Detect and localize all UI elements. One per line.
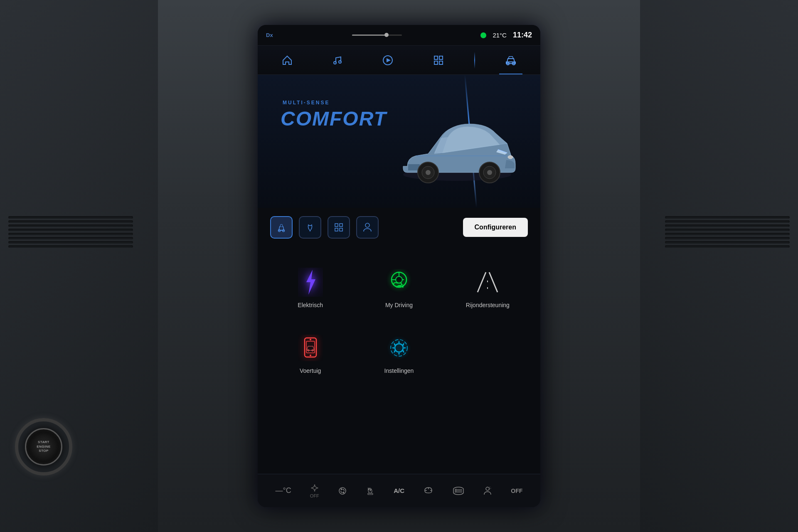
elektrisch-label: Elektrisch [298, 302, 323, 308]
vent-slat [8, 245, 133, 248]
start-btn-text: START ENGINE STOP [37, 440, 51, 453]
personal-mode-icon [362, 222, 373, 233]
climate-recirculation[interactable] [338, 486, 347, 495]
vent-slat [8, 224, 133, 227]
hero-section: MULTI-SENSE COMFORT [258, 75, 540, 208]
svg-point-16 [508, 155, 513, 159]
main-content-area: MULTI-SENSE COMFORT [258, 75, 540, 474]
svg-rect-41 [368, 493, 373, 495]
vent-slat [665, 220, 790, 223]
sport-mode-icon [333, 222, 345, 233]
svg-point-39 [313, 486, 316, 490]
svg-rect-3 [434, 56, 438, 59]
mode-eco-btn[interactable] [299, 216, 321, 239]
svg-rect-19 [335, 224, 338, 227]
music-icon [332, 54, 343, 66]
svg-point-32 [310, 339, 311, 340]
start-engine-button[interactable]: START ENGINE STOP [25, 428, 62, 466]
status-bar: Dx 21°C 11:42 [258, 25, 540, 46]
status-center [352, 34, 402, 36]
nav-apps[interactable] [424, 48, 453, 73]
nav-music[interactable] [323, 48, 352, 73]
brightness-dot [384, 33, 389, 37]
menu-item-rijondersteuning[interactable]: Rijondersteuning [443, 255, 532, 321]
climate-ac[interactable]: A/C [394, 487, 404, 494]
vent-slat [8, 229, 133, 231]
climate-seat-heat[interactable] [366, 486, 375, 495]
dashboard-background: START ENGINE STOP Dx [0, 0, 798, 532]
eco-mode-icon [304, 222, 316, 233]
mode-personal-btn[interactable] [356, 216, 379, 239]
climate-person[interactable] [483, 486, 492, 495]
instellingen-label: Instellingen [384, 367, 414, 374]
status-right: 21°C 11:42 [480, 31, 532, 39]
rijondersteuning-icon-wrap [473, 268, 502, 297]
settings-icon [386, 335, 412, 361]
elektrisch-icon-wrap [296, 268, 325, 297]
svg-rect-5 [434, 61, 438, 64]
apps-icon [433, 54, 444, 66]
driving-icon [386, 269, 412, 296]
recirculation-icon [338, 486, 347, 495]
instellingen-icon-wrap [384, 333, 414, 362]
svg-point-34 [310, 355, 311, 356]
connection-status-dot [480, 32, 486, 38]
svg-point-0 [334, 62, 336, 64]
brightness-bar[interactable] [352, 34, 402, 36]
main-screen: Dx 21°C 11:42 [258, 25, 540, 507]
svg-rect-4 [439, 56, 443, 59]
climate-steering-heat[interactable] [423, 486, 434, 495]
vent-slat [8, 220, 133, 223]
voertuig-label: Voertuig [300, 367, 321, 374]
ac-label: A/C [394, 487, 404, 494]
climate-bar: —°C OFF [258, 474, 540, 507]
my-driving-label: My Driving [385, 302, 413, 308]
steering-heat-icon [423, 486, 434, 495]
play-icon [382, 54, 394, 66]
vent-slat [8, 216, 133, 219]
mode-comfort-btn[interactable] [270, 216, 293, 239]
mode-sport-btn[interactable] [328, 216, 350, 239]
temp-icon: —°C [276, 486, 291, 495]
multisense-label: MULTI-SENSE [283, 100, 330, 106]
fan-icon [310, 483, 319, 493]
road-assist-icon [474, 269, 501, 296]
home-icon [281, 54, 293, 66]
climate-fan[interactable]: OFF [310, 483, 319, 498]
status-left: Dx [266, 32, 273, 38]
svg-rect-21 [335, 228, 338, 231]
nav-home[interactable] [273, 48, 302, 73]
vent-slat [665, 245, 790, 248]
svg-point-15 [487, 170, 492, 175]
svg-point-23 [365, 223, 369, 227]
svg-point-25 [396, 276, 402, 283]
menu-item-voertuig[interactable]: Voertuig [266, 321, 355, 387]
svg-rect-22 [340, 228, 342, 231]
voertuig-icon-wrap [296, 333, 325, 362]
nav-media[interactable] [373, 48, 402, 73]
rijondersteuning-label: Rijondersteuning [466, 302, 510, 308]
climate-temp[interactable]: —°C [276, 486, 291, 495]
configure-button[interactable]: Configureren [463, 218, 528, 237]
vehicle-icon [298, 335, 323, 361]
nav-car[interactable] [496, 48, 525, 73]
climate-defroster[interactable] [453, 486, 464, 495]
vent-slat [665, 216, 790, 219]
svg-rect-20 [340, 224, 342, 227]
vent-slat [665, 229, 790, 231]
svg-point-1 [339, 61, 341, 63]
menu-item-my-driving[interactable]: My Driving [355, 255, 443, 321]
svg-point-40 [339, 488, 346, 494]
signal-indicator: Dx [266, 32, 273, 38]
svg-rect-6 [439, 61, 443, 64]
menu-grid: Elektrisch [258, 247, 540, 395]
vent-slat [8, 233, 133, 235]
clock-display: 11:42 [513, 31, 532, 39]
dashboard-right-panel [640, 0, 798, 532]
brightness-fill [352, 34, 387, 36]
off-label: OFF [511, 488, 522, 494]
menu-item-elektrisch[interactable]: Elektrisch [266, 255, 355, 321]
menu-item-instellingen[interactable]: Instellingen [355, 321, 443, 387]
navigation-bar [258, 46, 540, 75]
vent-slat [665, 237, 790, 239]
